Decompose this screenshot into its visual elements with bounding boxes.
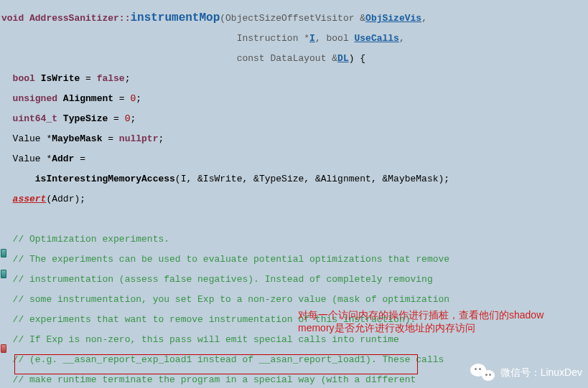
code-line: Value *Addr =	[1, 154, 588, 164]
breakpoint-marker-icon[interactable]	[1, 344, 6, 353]
code-line: uint64_t TypeSize = 0;	[1, 114, 588, 124]
code-line: Instruction *I, bool UseCalls,	[1, 34, 588, 44]
assert-call[interactable]: assert	[13, 194, 47, 204]
code-line: bool IsWrite = false;	[1, 74, 588, 84]
param-link[interactable]: DL	[337, 53, 349, 64]
watermark-label: 微信号：LinuxDev	[500, 367, 582, 377]
code-comment: // If Exp is non-zero, this pass will em…	[1, 335, 588, 345]
param-link[interactable]: UseCalls	[355, 33, 399, 44]
code-comment: // some instrumentation, you set Exp to …	[1, 295, 588, 305]
function-name: instrumentMop	[130, 11, 220, 24]
watermark: 微信号：LinuxDev	[470, 362, 582, 382]
param-link[interactable]: I	[309, 33, 315, 44]
highlight-box	[14, 354, 418, 374]
code-line: void AddressSanitizer::instrumentMop(Obj…	[1, 13, 588, 24]
code-line: const DataLayout &DL) {	[1, 54, 588, 64]
fold-marker-icon[interactable]	[1, 249, 6, 257]
code-comment: // Optimization experiments.	[1, 235, 588, 245]
code-line: assert(Addr);	[1, 194, 588, 204]
wechat-icon	[470, 362, 495, 382]
code-comment: // instrumentation (assess false negativ…	[1, 275, 588, 285]
param-link[interactable]: ObjSizeVis	[365, 13, 421, 24]
code-line: isInterestingMemoryAccess(I, &IsWrite, &…	[1, 174, 588, 184]
code-line: unsigned Alignment = 0;	[1, 94, 588, 104]
code-line: Value *MaybeMask = nullptr;	[1, 134, 588, 144]
code-line	[1, 214, 588, 224]
code-comment: // The experiments can be used to evalua…	[1, 255, 588, 265]
annotation-text: 对每一个访问内存的操作进行插桩，查看他们的shadow memory是否允许进行…	[298, 308, 543, 334]
fold-marker-icon[interactable]	[1, 270, 6, 278]
